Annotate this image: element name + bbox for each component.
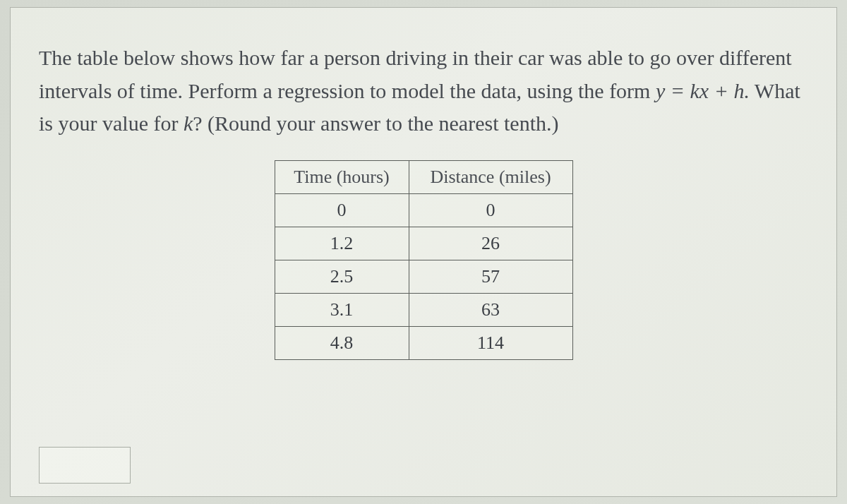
cell-distance: 57 bbox=[409, 260, 572, 293]
table-wrapper: Time (hours) Distance (miles) 0 0 1.2 26… bbox=[39, 160, 808, 360]
cell-time: 4.8 bbox=[275, 326, 409, 359]
question-panel: The table below shows how far a person d… bbox=[10, 7, 837, 497]
question-text: The table below shows how far a person d… bbox=[39, 42, 808, 140]
cell-distance: 26 bbox=[409, 227, 572, 260]
data-table: Time (hours) Distance (miles) 0 0 1.2 26… bbox=[275, 160, 573, 360]
table-header-row: Time (hours) Distance (miles) bbox=[275, 160, 572, 193]
cell-distance: 0 bbox=[409, 193, 572, 227]
cell-distance: 114 bbox=[409, 326, 572, 359]
table-row: 1.2 26 bbox=[275, 227, 572, 260]
question-end: ? (Round your answer to the nearest tent… bbox=[193, 112, 558, 135]
header-distance: Distance (miles) bbox=[409, 160, 572, 193]
table-row: 0 0 bbox=[275, 193, 572, 227]
variable-k: k bbox=[184, 112, 193, 135]
cell-time: 0 bbox=[275, 193, 409, 227]
cell-time: 1.2 bbox=[275, 227, 409, 260]
table-row: 2.5 57 bbox=[275, 260, 572, 293]
answer-input[interactable] bbox=[39, 447, 131, 484]
cell-time: 2.5 bbox=[275, 260, 409, 293]
table-row: 3.1 63 bbox=[275, 293, 572, 326]
header-time: Time (hours) bbox=[275, 160, 409, 193]
cell-time: 3.1 bbox=[275, 293, 409, 326]
equation-text: y = kx + h. bbox=[656, 79, 750, 102]
table-row: 4.8 114 bbox=[275, 326, 572, 359]
cell-distance: 63 bbox=[409, 293, 572, 326]
